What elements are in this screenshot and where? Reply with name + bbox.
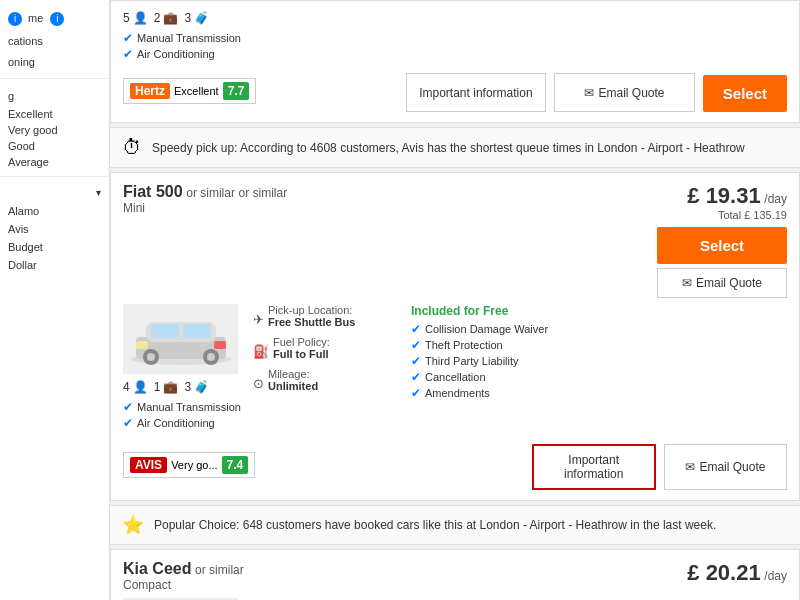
sidebar-section-1: cations: [0, 30, 109, 51]
fiat-check-1: ✔: [123, 400, 133, 414]
hertz-ac-label: Air Conditioning: [137, 48, 215, 60]
fuel-icon: ⛽: [253, 344, 269, 359]
fiat-price-section: £ 19.31 /day Total £ 135.19: [657, 183, 787, 221]
check-icon: ✔: [123, 31, 133, 45]
fiat-select-button[interactable]: Select: [657, 227, 787, 264]
fiat-included-cdw: ✔ Collision Damage Waiver: [411, 322, 787, 336]
fiat-check-2: ✔: [123, 416, 133, 430]
fiat-pickup-label: Pick-up Location:: [268, 304, 352, 316]
fiat-image: [123, 304, 238, 374]
fiat-mileage-info: Mileage: Unlimited: [268, 368, 318, 392]
fiat-included: Included for Free ✔ Collision Damage Wai…: [403, 304, 787, 432]
fiat-transmission: Manual Transmission: [137, 401, 241, 413]
fiat-included-check-2: ✔: [411, 338, 421, 352]
hertz-action-buttons: Important information ✉ Email Quote Sele…: [406, 69, 787, 112]
fiat-bottom-buttons: Important information ✉ Email Quote: [532, 440, 787, 490]
fiat-email-button[interactable]: ✉ Email Quote: [657, 268, 787, 298]
fiat-fuel-value: Full to Full: [273, 348, 329, 360]
fiat-ac: ✔ Air Conditioning: [123, 416, 243, 430]
sidebar-info-1: i me i: [0, 8, 109, 30]
kia-price-main: £ 20.21: [687, 560, 760, 585]
kia-type: Compact: [123, 578, 244, 592]
fiat-image-container: 4 👤 1 💼 3 🧳 ✔: [123, 304, 243, 432]
popular-icon: ⭐: [122, 514, 144, 536]
bag-small-number: 2: [154, 11, 161, 25]
fiat-price-main: £ 19.31: [687, 183, 760, 208]
sidebar-rating-verygood[interactable]: Very good: [0, 122, 109, 138]
fiat-included-check-3: ✔: [411, 354, 421, 368]
sidebar-label-1: me: [28, 12, 43, 24]
hertz-select-button[interactable]: Select: [703, 75, 787, 112]
fiat-included-item-2: Theft Protection: [425, 339, 503, 351]
fiat-passenger-count: 4 👤: [123, 380, 148, 394]
speedometer-icon: ⊙: [253, 376, 264, 391]
fiat-manual: ✔ Manual Transmission: [123, 400, 243, 414]
sidebar-divider-1: [0, 78, 109, 79]
fiat-buttons-col: £ 19.31 /day Total £ 135.19 Select ✉ Ema…: [657, 183, 787, 298]
envelope-icon-fiat-bottom: ✉: [685, 460, 695, 474]
fiat-similar: or similar: [186, 186, 235, 200]
fiat-email-button-bottom[interactable]: ✉ Email Quote: [664, 444, 787, 490]
hertz-info-button[interactable]: Important information: [406, 73, 547, 112]
speedy-banner-text: Speedy pick up: According to 4608 custom…: [152, 141, 745, 155]
sidebar-dropdown-btn[interactable]: ▾: [0, 183, 109, 202]
avis-rating-badge: 7.4: [222, 456, 249, 474]
fiat-included-tpl: ✔ Third Party Liability: [411, 354, 787, 368]
svg-rect-10: [214, 341, 226, 349]
hertz-features: ✔ Manual Transmission ✔ Air Conditioning: [123, 31, 787, 61]
sidebar-rating-average[interactable]: Average: [0, 154, 109, 170]
speedy-icon: ⏱: [122, 136, 142, 159]
fiat-passenger-num: 4: [123, 380, 130, 394]
passenger-number: 5: [123, 11, 130, 25]
main-content: 5 👤 2 💼 3 🧳 ✔ Manual Transmission: [110, 0, 800, 600]
kia-title-section: Kia Ceed or similar Compact: [123, 560, 244, 592]
fiat-included-item-4: Cancellation: [425, 371, 486, 383]
sidebar: i me i cations oning g Excellent Very go…: [0, 0, 110, 600]
fiat-included-item-5: Amendments: [425, 387, 490, 399]
fiat-included-cancel: ✔ Cancellation: [411, 370, 787, 384]
bag-large-count: 3 🧳: [184, 11, 209, 25]
hertz-email-button[interactable]: ✉ Email Quote: [554, 73, 695, 112]
hertz-rating-badge: 7.7: [223, 82, 250, 100]
fiat-included-item-3: Third Party Liability: [425, 355, 519, 367]
suitcase-icon: 🧳: [194, 11, 209, 25]
sidebar-label-g: g: [8, 90, 14, 102]
fiat-pickup-info: Pick-up Location: Free Shuttle Bus: [268, 304, 355, 328]
popular-banner: ⭐ Popular Choice: 648 customers have boo…: [110, 505, 800, 545]
sidebar-rating-excellent[interactable]: Excellent: [0, 106, 109, 122]
fiat-mileage-value: Unlimited: [268, 380, 318, 392]
fiat-pickup: ✈ Pick-up Location: Free Shuttle Bus: [253, 304, 393, 334]
hertz-card: 5 👤 2 💼 3 🧳 ✔ Manual Transmission: [110, 0, 800, 123]
sidebar-brand-avis[interactable]: Avis: [0, 220, 109, 238]
fiat-bag-small: 1 💼: [154, 380, 179, 394]
sidebar-brand-budget[interactable]: Budget: [0, 238, 109, 256]
fiat-middle: 4 👤 1 💼 3 🧳 ✔: [123, 304, 787, 432]
check-icon: ✔: [123, 47, 133, 61]
fiat-car-svg: [126, 307, 236, 372]
fiat-similar-label: or similar: [239, 186, 288, 200]
fiat-included-title: Included for Free: [411, 304, 787, 318]
fiat-info-button[interactable]: Important information: [532, 444, 656, 490]
fiat-fuel-info: Fuel Policy: Full to Full: [273, 336, 330, 360]
sidebar-divider-2: [0, 176, 109, 177]
fiat-bag-small-icon: 💼: [163, 380, 178, 394]
sidebar-rating-good[interactable]: Good: [0, 138, 109, 154]
sidebar-brand-alamo[interactable]: Alamo: [0, 202, 109, 220]
kia-similar-label: or similar: [195, 563, 244, 577]
svg-rect-4: [183, 324, 211, 338]
fiat-mileage: ⊙ Mileage: Unlimited: [253, 368, 393, 398]
bag-small-count: 2 💼: [154, 11, 179, 25]
fiat-icons-row: 4 👤 1 💼 3 🧳: [123, 380, 243, 394]
sidebar-section-g: g: [0, 85, 109, 106]
sidebar-brand-dollar[interactable]: Dollar: [0, 256, 109, 274]
info-icon-2: i: [50, 12, 64, 26]
fiat-title-section: Fiat 500 or similar or similar Mini: [123, 183, 287, 215]
hertz-email-label: Email Quote: [598, 86, 664, 100]
speedy-banner: ⏱ Speedy pick up: According to 4608 cust…: [110, 127, 800, 168]
fiat-person-icon: 👤: [133, 380, 148, 394]
envelope-icon-fiat: ✉: [682, 276, 692, 290]
hertz-transmission: Manual Transmission: [137, 32, 241, 44]
passenger-count: 5 👤: [123, 11, 148, 25]
fiat-email-label: Email Quote: [696, 276, 762, 290]
fiat-fuel: ⛽ Fuel Policy: Full to Full: [253, 336, 393, 366]
